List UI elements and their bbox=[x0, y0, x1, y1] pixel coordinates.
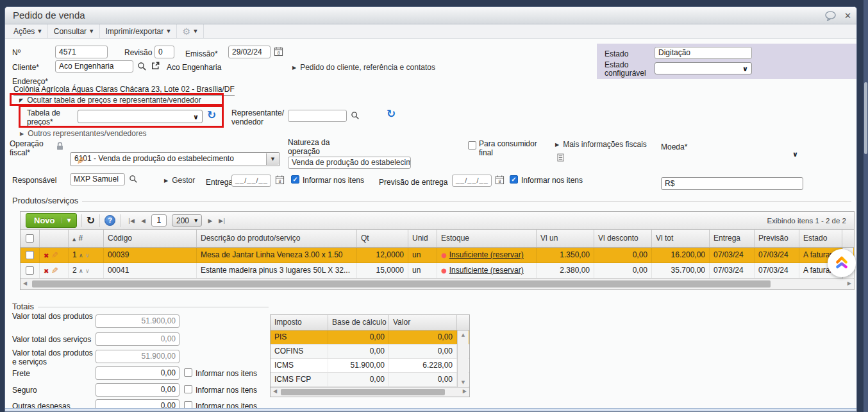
move-up-icon[interactable]: ∧ bbox=[79, 252, 83, 259]
estado-field[interactable]: Digitação bbox=[655, 47, 752, 59]
emissao-field[interactable]: 29/02/24 bbox=[228, 46, 271, 58]
numero-field[interactable]: 4571 bbox=[55, 46, 108, 58]
consumidor-final-checkbox[interactable] bbox=[468, 141, 476, 150]
representante-field[interactable] bbox=[288, 110, 347, 122]
close-icon[interactable]: ✕ bbox=[844, 11, 851, 21]
grid-hscroll-thumb[interactable] bbox=[32, 280, 771, 288]
previsao-informar-checkbox[interactable]: ✓ bbox=[510, 175, 518, 184]
previsao-date-field[interactable]: __/__/__ bbox=[452, 175, 492, 187]
calendar-icon[interactable]: 8 bbox=[495, 175, 505, 185]
menu-imprimir-exportar[interactable]: Imprimir/exportar▼ bbox=[100, 24, 177, 38]
estado-configuravel-select[interactable]: ∨ bbox=[655, 62, 752, 74]
col-header-codigo[interactable]: Código bbox=[104, 230, 197, 247]
col-header-estoque[interactable]: Estoque bbox=[437, 230, 537, 247]
page-size-select[interactable]: 200▼ bbox=[172, 214, 202, 227]
col-header-qt[interactable]: Qt bbox=[357, 230, 408, 247]
search-icon[interactable] bbox=[351, 111, 360, 120]
cliente-field[interactable]: Aco Engenharia bbox=[55, 60, 133, 73]
ocultar-precos-toggle[interactable]: ◤Ocultar tabela de preços e representant… bbox=[19, 96, 201, 105]
combo-button[interactable]: ▼ bbox=[266, 153, 279, 165]
edit-row-icon[interactable]: ✎ bbox=[51, 266, 58, 275]
col-header-vl-desconto[interactable]: Vl desconto bbox=[594, 230, 652, 247]
scroll-right-icon[interactable]: ▶ bbox=[847, 280, 851, 286]
page-number-field[interactable]: 1 bbox=[151, 214, 167, 227]
col-header-descricao[interactable]: Descrição do produto/serviço bbox=[197, 230, 357, 247]
row-checkbox[interactable] bbox=[26, 251, 34, 259]
col-header-base[interactable]: Base de cálculo bbox=[328, 315, 389, 330]
seguro-informar-checkbox[interactable] bbox=[184, 385, 192, 393]
comment-icon[interactable] bbox=[824, 10, 837, 21]
scroll-up-icon[interactable]: ▲ bbox=[458, 332, 469, 338]
page-first-button[interactable]: |◀ bbox=[125, 218, 138, 224]
menu-settings[interactable]: ⚙▼ bbox=[177, 24, 204, 38]
col-header-vl-tot[interactable]: Vl tot bbox=[652, 230, 710, 247]
edit-row-icon[interactable]: ✎ bbox=[51, 250, 58, 260]
calendar-icon[interactable]: 8 bbox=[274, 46, 283, 56]
browser-scrollbar[interactable] bbox=[864, 0, 868, 412]
move-down-icon[interactable]: ∨ bbox=[85, 252, 90, 259]
scroll-right-icon[interactable]: ▶ bbox=[463, 388, 467, 394]
mais-informacoes-toggle[interactable]: ▶Mais informações fiscais bbox=[555, 140, 647, 149]
col-header-valor[interactable]: Valor bbox=[389, 315, 457, 330]
taxes-horizontal-scrollbar[interactable]: ◀ ▶ bbox=[271, 387, 469, 397]
novo-button[interactable]: Novo▼ bbox=[26, 213, 77, 228]
page-last-button[interactable]: ▶| bbox=[215, 218, 228, 224]
delete-row-icon[interactable]: ✖ bbox=[44, 252, 49, 259]
grid-refresh-button[interactable]: ↻ bbox=[87, 214, 95, 227]
outras-despesas-field[interactable]: 0,00 bbox=[96, 399, 179, 408]
page-prev-button[interactable]: ◀ bbox=[138, 218, 149, 224]
tabela-precos-select[interactable]: ∨ bbox=[78, 110, 203, 123]
natureza-operacao-field[interactable]: Venda de produção do estabelecimento bbox=[288, 157, 411, 169]
moeda-select[interactable]: R$ bbox=[661, 177, 803, 190]
col-header-previsao[interactable]: Previsão bbox=[755, 230, 799, 247]
scroll-left-icon[interactable]: ◀ bbox=[23, 280, 27, 286]
help-button[interactable]: ? bbox=[104, 215, 115, 226]
col-header-vl-un[interactable]: Vl un bbox=[537, 230, 594, 247]
tax-row-icms[interactable]: ICMS 51.900,00 6.228,00 bbox=[271, 359, 469, 373]
select-all-checkbox[interactable] bbox=[26, 234, 34, 243]
gestor-toggle[interactable]: ▶Gestor bbox=[164, 176, 195, 185]
seguro-field[interactable]: 0,00 bbox=[96, 383, 179, 397]
move-up-icon[interactable]: ∧ bbox=[79, 268, 83, 274]
tax-row-icms-fcp[interactable]: ICMS FCP 0,00 0,00 bbox=[271, 373, 469, 387]
clickup-badge[interactable] bbox=[828, 249, 856, 277]
edit-pencil-icon[interactable]: ✎ bbox=[77, 155, 85, 167]
menu-acoes[interactable]: Ações▼ bbox=[8, 24, 48, 38]
entrega-date-field[interactable]: __/__/__ bbox=[231, 175, 271, 187]
operacao-fiscal-select[interactable]: 6101 - Venda de produção do estabelecime… bbox=[70, 152, 280, 166]
search-icon[interactable] bbox=[129, 175, 138, 184]
estoque-link[interactable]: Insuficiente (reservar) bbox=[449, 266, 524, 275]
taxes-vertical-scrollbar[interactable]: ▲ ▼ bbox=[457, 330, 469, 387]
revisao-field[interactable]: 0 bbox=[154, 46, 174, 58]
refresh-representante-icon[interactable]: ↻ bbox=[387, 108, 396, 119]
browser-scrollbar-thumb[interactable] bbox=[864, 82, 867, 154]
outras-despesas-informar-checkbox[interactable] bbox=[184, 401, 192, 408]
move-down-icon[interactable]: ∨ bbox=[85, 268, 90, 274]
scroll-left-icon[interactable]: ◀ bbox=[273, 388, 277, 394]
estoque-link[interactable]: Insuficiente (reservar) bbox=[449, 250, 524, 259]
search-icon[interactable] bbox=[137, 62, 147, 71]
col-header-imposto[interactable]: Imposto bbox=[271, 315, 328, 330]
col-header-unid[interactable]: Unid bbox=[408, 230, 437, 247]
refresh-tabela-icon[interactable]: ↻ bbox=[207, 110, 216, 121]
responsavel-field[interactable]: MXP Samuel bbox=[70, 173, 125, 185]
col-header-entrega[interactable]: Entrega bbox=[710, 230, 755, 247]
entrega-informar-checkbox[interactable]: ✓ bbox=[291, 175, 299, 184]
col-header-num[interactable]: ▲# bbox=[69, 230, 104, 247]
taxes-hscroll-thumb[interactable] bbox=[281, 389, 445, 395]
col-header-estado[interactable]: Estado bbox=[799, 230, 842, 247]
scroll-down-icon[interactable]: ▼ bbox=[458, 380, 469, 385]
calendar-icon[interactable]: 8 bbox=[275, 175, 285, 185]
grid-horizontal-scrollbar[interactable]: ◀ ▶ bbox=[21, 279, 854, 289]
delete-row-icon[interactable]: ✖ bbox=[44, 268, 49, 275]
menu-consultar[interactable]: Consultar▼ bbox=[48, 24, 100, 38]
pedido-cliente-toggle[interactable]: ▶Pedido do cliente, referência e contato… bbox=[292, 63, 435, 72]
frete-field[interactable]: 0,00 bbox=[96, 366, 179, 380]
row-checkbox[interactable] bbox=[26, 266, 34, 275]
tax-row-pis[interactable]: PIS 0,00 0,00 bbox=[271, 330, 469, 345]
product-row-2[interactable]: ✖ ✎ 2 ∧ ∨ 00041 Estante madeira pinus 3 … bbox=[21, 263, 854, 279]
page-next-button[interactable]: ▶ bbox=[204, 218, 215, 224]
tax-row-cofins[interactable]: COFINS 0,00 0,00 bbox=[271, 345, 469, 359]
product-row-1[interactable]: ✖ ✎ 1 ∧ ∨ 00039 Mesa de Jantar Linha Ven… bbox=[21, 248, 854, 263]
frete-informar-checkbox[interactable] bbox=[184, 368, 192, 377]
